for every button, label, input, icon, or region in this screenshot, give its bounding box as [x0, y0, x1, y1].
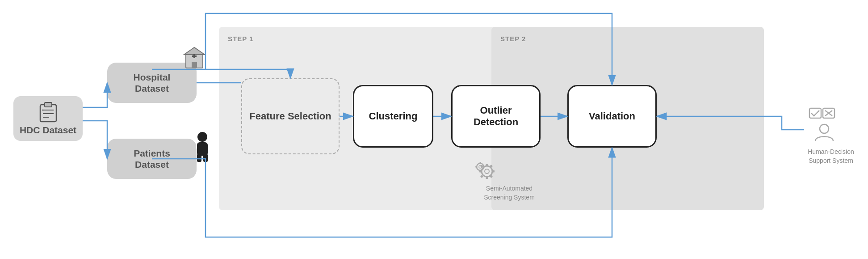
validation-label: Validation	[589, 110, 635, 122]
step2-label: STEP 2	[500, 35, 526, 42]
clipboard-icon	[38, 101, 58, 123]
diagram-container: STEP 1 STEP 2 HDC Dataset HospitalDatase…	[0, 0, 868, 259]
feature-selection-label: Feature Selection	[249, 110, 331, 123]
validation-box: Validation	[567, 85, 657, 148]
patients-dataset-box: PatientsDataset	[107, 139, 197, 179]
hdc-dataset-label: HDC Dataset	[20, 124, 76, 136]
svg-point-25	[477, 163, 484, 170]
svg-point-16	[485, 169, 489, 174]
svg-rect-1	[45, 102, 52, 107]
clustering-label: Clustering	[369, 110, 418, 122]
svg-rect-18	[486, 176, 488, 179]
outlier-detection-box: OutlierDetection	[451, 85, 541, 148]
clustering-box: Clustering	[353, 85, 433, 148]
svg-rect-31	[809, 108, 821, 118]
semi-automated-label: Semi-AutomatedScreening System	[465, 184, 554, 202]
svg-point-5	[42, 110, 43, 111]
outlier-detection-label: OutlierDetection	[474, 105, 518, 128]
svg-rect-19	[492, 170, 495, 173]
svg-rect-9	[193, 54, 195, 58]
svg-rect-17	[486, 164, 488, 166]
patient-person-icon	[191, 131, 214, 164]
svg-rect-28	[480, 170, 481, 172]
hospital-dataset-label: HospitalDataset	[134, 72, 171, 94]
svg-marker-7	[184, 47, 205, 55]
hospital-icon	[182, 46, 206, 72]
patients-dataset-label: PatientsDataset	[134, 148, 170, 170]
feature-selection-box: Feature Selection	[241, 78, 340, 154]
svg-rect-12	[197, 142, 208, 156]
svg-rect-29	[483, 166, 485, 168]
svg-rect-10	[192, 62, 197, 68]
svg-rect-30	[475, 166, 477, 168]
svg-rect-14	[203, 154, 208, 162]
svg-point-11	[197, 132, 207, 142]
human-decision-icon	[809, 107, 840, 145]
step1-label: STEP 1	[228, 35, 253, 42]
svg-point-35	[820, 124, 829, 133]
svg-rect-13	[197, 154, 201, 162]
hdc-dataset-box: HDC Dataset	[13, 96, 83, 141]
human-decision-label: Human-DecisionSupport System	[800, 148, 862, 165]
svg-rect-27	[480, 162, 481, 164]
gears-icon	[474, 159, 500, 185]
